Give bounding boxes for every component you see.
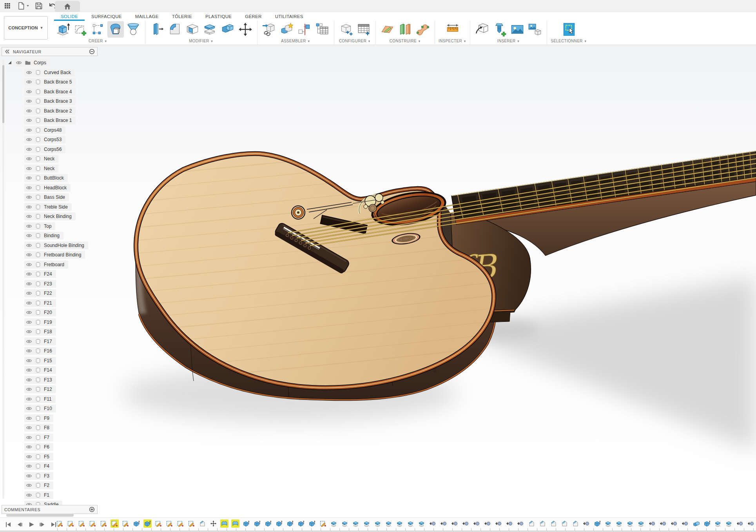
visibility-eye-icon[interactable] (26, 252, 32, 258)
move-feature[interactable] (209, 519, 218, 528)
file-new-icon[interactable] (17, 2, 29, 10)
extrude-feature[interactable] (297, 519, 305, 528)
offset-feature[interactable] (330, 519, 338, 528)
visibility-eye-icon[interactable] (26, 204, 32, 210)
tree-item-label[interactable]: F16 (44, 348, 52, 354)
tree-item-label[interactable]: F9 (44, 416, 49, 421)
tree-item[interactable]: SoundHole Binding (2, 241, 98, 251)
tree-item[interactable]: F11 (2, 394, 98, 404)
sketch-feature[interactable] (121, 519, 130, 528)
tree-item[interactable]: Bass Side (2, 192, 98, 202)
tree-item-label[interactable]: F2 (44, 483, 49, 488)
tree-item-label[interactable]: F5 (44, 454, 49, 459)
visibility-eye-icon[interactable] (26, 136, 32, 143)
tree-item[interactable]: F24 (2, 269, 98, 279)
tree-item-label[interactable]: Bass Side (44, 194, 65, 200)
viewport-3d[interactable]: fB (0, 0, 756, 532)
visibility-eye-icon[interactable] (26, 396, 32, 402)
move-feature[interactable] (582, 519, 591, 528)
tree-item[interactable]: Curved Back (2, 68, 98, 78)
combine-icon[interactable] (219, 21, 236, 38)
tree-item-label[interactable]: F14 (44, 367, 52, 373)
tree-item[interactable]: HeadBlock (2, 183, 98, 193)
form-icon[interactable] (107, 21, 124, 38)
tree-item-label[interactable]: Curved Back (44, 70, 71, 75)
tree-item-label[interactable]: F18 (44, 329, 52, 334)
tree-item-label[interactable]: HeadBlock (44, 185, 67, 191)
chamfer-feature[interactable] (198, 519, 207, 528)
tree-item[interactable]: Neck (2, 154, 98, 164)
visibility-eye-icon[interactable] (26, 281, 32, 287)
tree-item[interactable]: Back Brace 1 (2, 116, 98, 125)
tree-item-label[interactable]: Corps53 (44, 137, 62, 142)
insert-fastener-icon[interactable] (491, 21, 508, 38)
offset-feature[interactable] (374, 519, 382, 528)
visibility-eye-icon[interactable] (26, 223, 32, 229)
scrollbar-thumb[interactable] (2, 65, 4, 123)
visibility-eye-icon[interactable] (26, 473, 32, 479)
press-pull-icon[interactable] (149, 21, 165, 38)
tree-item[interactable]: F15 (2, 356, 98, 366)
visibility-eye-icon[interactable] (26, 194, 32, 200)
tree-item[interactable]: F10 (2, 404, 98, 414)
offset-feature[interactable] (385, 519, 393, 528)
visibility-eye-icon[interactable] (26, 405, 32, 412)
tree-item[interactable]: ButtBlock (2, 173, 98, 183)
extrude-feature[interactable] (132, 519, 141, 528)
tree-item-label[interactable]: Treble Side (44, 204, 68, 210)
tree-item-label[interactable]: F24 (44, 271, 52, 277)
visibility-eye-icon[interactable] (26, 425, 32, 431)
tree-item-label[interactable]: Corps56 (44, 147, 62, 152)
tree-item[interactable]: Back Brace 3 (2, 96, 98, 106)
visibility-eye-icon[interactable] (26, 271, 32, 277)
tree-item-label[interactable]: F15 (44, 358, 52, 363)
visibility-eye-icon[interactable] (26, 242, 32, 249)
design-menu-button[interactable]: CONCEPTION▼ (4, 16, 48, 40)
visibility-eye-icon[interactable] (26, 348, 32, 354)
visibility-eye-icon[interactable] (26, 358, 32, 364)
offset-feature[interactable] (604, 519, 613, 528)
tree-item-label[interactable]: F3 (44, 473, 49, 479)
offset-feature[interactable] (396, 519, 404, 528)
config-table-icon[interactable] (355, 21, 372, 38)
tree-item[interactable]: F13 (2, 375, 98, 385)
tree-item-label[interactable]: F10 (44, 406, 52, 411)
move-feature[interactable] (495, 519, 503, 528)
tree-item-label[interactable]: F11 (44, 396, 52, 402)
revolve-icon[interactable] (125, 21, 141, 38)
offset-icon[interactable] (202, 21, 218, 38)
new-component-icon[interactable] (279, 21, 295, 38)
tree-item-label[interactable]: Neck (44, 156, 54, 162)
tree-item[interactable]: Fretboard Binding (2, 250, 98, 260)
canvas-icon[interactable] (509, 21, 526, 38)
tree-item[interactable]: F22 (2, 289, 98, 298)
chamfer-feature[interactable] (549, 519, 558, 528)
visibility-eye-icon[interactable] (16, 60, 22, 66)
derive-insert-icon[interactable] (474, 21, 490, 38)
ribbon-group-label[interactable]: CONFIGURER ▼ (339, 38, 371, 44)
loft-feature[interactable] (231, 519, 239, 528)
extrude-feature[interactable] (593, 519, 602, 528)
visibility-eye-icon[interactable] (26, 146, 32, 153)
sketch-feature[interactable] (319, 519, 327, 528)
sketch-feature[interactable] (89, 519, 97, 528)
offset-feature[interactable] (615, 519, 624, 528)
navigator-scrollbar[interactable] (2, 60, 4, 499)
extrude-feature[interactable] (242, 519, 250, 528)
offset-feature[interactable] (352, 519, 360, 528)
tree-item-label[interactable]: F13 (44, 377, 52, 383)
tree-item-label[interactable]: F23 (44, 281, 52, 287)
visibility-eye-icon[interactable] (26, 98, 32, 104)
visibility-eye-icon[interactable] (26, 261, 32, 268)
loft-feature[interactable] (220, 519, 228, 528)
insert-derive-icon[interactable] (261, 21, 277, 38)
move-feature[interactable] (506, 519, 514, 528)
move-feature[interactable] (440, 519, 448, 528)
tree-item-label[interactable]: F17 (44, 339, 52, 344)
tree-item-label[interactable]: F8 (44, 425, 49, 430)
tree-item[interactable]: F17 (2, 337, 98, 347)
tree-item-label[interactable]: Fretboard Binding (44, 252, 81, 258)
bom-table-icon[interactable] (314, 21, 330, 38)
tree-root-label[interactable]: Corps (34, 60, 46, 65)
move-feature[interactable] (670, 519, 678, 528)
